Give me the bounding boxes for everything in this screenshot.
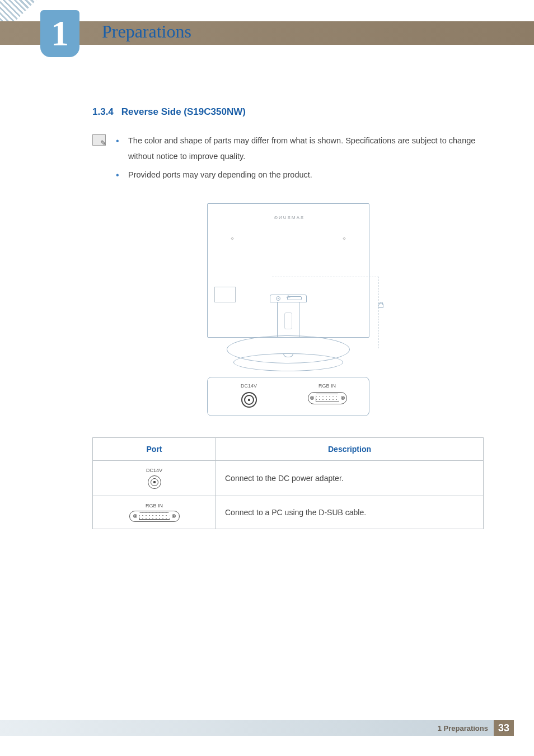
vga-screw-icon	[310, 396, 314, 400]
vga-screw-icon	[172, 514, 176, 518]
port-callout-box: DC14V RGB IN	[207, 377, 369, 416]
chapter-title: Preparations	[102, 21, 191, 42]
stand-neck	[277, 302, 299, 337]
footer-band: 1 Preparations	[0, 720, 494, 736]
stand-inner	[284, 312, 292, 329]
port-cell: DC14V	[93, 460, 216, 496]
th-port: Port	[93, 437, 216, 460]
footer-text: 1 Preparations	[438, 724, 488, 732]
vga-port-icon	[308, 392, 347, 404]
dc-port-icon	[241, 392, 257, 408]
vga-screw-icon	[341, 396, 345, 400]
note-block: The color and shape of parts may differ …	[92, 133, 484, 186]
chapter-tab: 1	[40, 10, 79, 57]
desc-cell: Connect to the DC power adapter.	[216, 460, 484, 496]
chapter-number: 1	[51, 16, 69, 52]
note-list: The color and shape of parts may differ …	[116, 133, 484, 186]
table-row: DC14V Connect to the DC power adapter.	[93, 460, 484, 496]
dc-port-icon	[148, 475, 161, 489]
callout-dc: DC14V	[216, 383, 283, 408]
monitor-rear: SAMSUNG	[207, 203, 369, 338]
vga-port-icon	[129, 511, 180, 522]
section-title: Reverse Side (S19C350NW)	[121, 106, 246, 117]
vga-connector-icon	[139, 512, 170, 520]
port-cell: RGB IN	[93, 496, 216, 529]
brand-logo: SAMSUNG	[208, 215, 369, 220]
base-ellipse	[233, 353, 343, 371]
stand-base	[207, 333, 369, 367]
header-band	[0, 21, 534, 45]
desc-cell: Connect to a PC using the D-SUB cable.	[216, 496, 484, 529]
port-table: Port Description DC14V Connect to the DC…	[92, 437, 484, 529]
vga-screw-icon	[133, 514, 137, 518]
port-label: DC14V	[102, 468, 207, 473]
callout-rgb-label: RGB IN	[294, 383, 361, 389]
port-label: RGB IN	[102, 503, 207, 508]
callout-dash	[378, 277, 379, 348]
screw-hole-icon	[343, 237, 346, 240]
diagram-wrap: SAMSUNG	[92, 203, 484, 416]
table-row: RGB IN Connect to a PC using the D-SUB c…	[93, 496, 484, 529]
page-content: 1.3.4Reverse Side (S19C350NW) The color …	[92, 106, 484, 529]
dc-port-mini-icon	[276, 296, 280, 301]
panel-rect	[214, 287, 236, 302]
screw-hole-icon	[231, 237, 234, 240]
note-icon	[92, 134, 106, 146]
th-description: Description	[216, 437, 484, 460]
callout-dash	[272, 277, 379, 277]
note-item: The color and shape of parts may differ …	[116, 133, 484, 164]
monitor-diagram: SAMSUNG	[207, 203, 369, 416]
section-number: 1.3.4	[92, 106, 114, 117]
callout-dc-label: DC14V	[216, 383, 283, 389]
page-number: 33	[494, 720, 514, 736]
section-heading: 1.3.4Reverse Side (S19C350NW)	[92, 106, 484, 118]
note-item: Provided ports may vary depending on the…	[116, 167, 484, 183]
vga-connector-icon	[316, 394, 339, 402]
kensington-lock-icon	[378, 304, 383, 308]
callout-rgb: RGB IN	[294, 383, 361, 404]
